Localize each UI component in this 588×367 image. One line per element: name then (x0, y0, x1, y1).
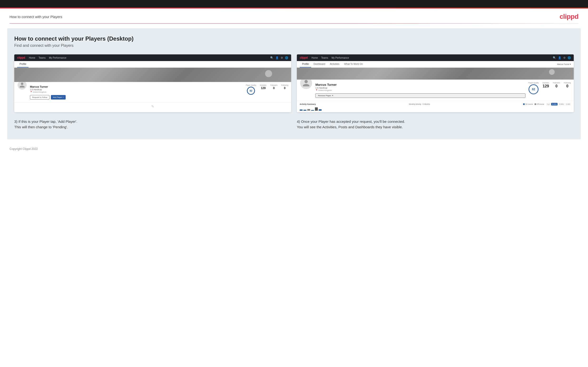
activity-header: Activity Summary Monthly Activity · 6 Mo… (300, 103, 571, 106)
right-profile-row: Marcus Turner 1-5 Handicap 📍 United King… (300, 82, 571, 98)
description-left: 3) If this is your Player tap, 'Add Play… (14, 119, 291, 130)
time-1mth[interactable]: 1 mth (565, 103, 571, 106)
main-content: How to connect with your Players (Deskto… (7, 28, 581, 139)
legend-on-course: On course (523, 103, 533, 105)
left-location-icon: 📍 (30, 91, 32, 93)
bar-3 (307, 109, 310, 111)
right-stat-following: Following 0 (564, 82, 571, 88)
left-nav-performance: My Performance (49, 57, 66, 59)
legend-off-course: Off course (535, 103, 544, 105)
player-selector[interactable]: Marcus Turner ▾ (557, 63, 571, 65)
left-player-hcp: 1-5 Handicap (30, 88, 243, 91)
right-nav-logo: clippd (300, 56, 308, 59)
left-stat-activities: Activities 129 (260, 84, 267, 90)
right-stat-activities: Activities 129 (543, 82, 549, 88)
activity-title: Activity Summary (300, 103, 316, 105)
right-nav-links: Home Teams My Performance (311, 57, 349, 59)
left-nav-links: Home Teams My Performance (29, 57, 67, 59)
activity-legend: On course Off course (523, 103, 544, 105)
description-right: 4) Once your Player has accepted your re… (297, 119, 574, 130)
screenshot-left: clippd Home Teams My Performance 🔍 👤 ⚙ 🌐… (14, 54, 291, 112)
left-nav-teams: Teams (39, 57, 45, 59)
page-header: How to connect with your Players clippd (0, 8, 588, 23)
top-bar (0, 0, 588, 8)
bar-5 (315, 107, 318, 111)
right-player-country: 📍 United Kingdom (315, 89, 526, 92)
right-search-icon: 🔍 (553, 56, 556, 59)
footer-copyright: Copyright Clippd 2022 (9, 147, 38, 150)
time-6mths[interactable]: 6 mths (551, 103, 558, 106)
left-quality-circle: 92 (247, 87, 255, 95)
section-subheading: Find and connect with your Players (14, 43, 574, 48)
left-player-country: 📍 United Kingdom (30, 91, 243, 93)
left-stat-following: Following 0 (281, 84, 288, 90)
bar-2 (303, 110, 306, 111)
right-tabs-row: Profile Dashboard Activities What To Wor… (297, 61, 574, 68)
right-settings-icon: ⚙ (563, 56, 566, 59)
chevron-down-icon: ▾ (570, 63, 571, 65)
chart-bars (300, 106, 571, 111)
section-heading: How to connect with your Players (Deskto… (14, 35, 574, 42)
right-quality-circle: 92 (528, 84, 538, 94)
right-navbar: clippd Home Teams My Performance 🔍 👤 ⚙ 🌐 (297, 54, 574, 61)
left-user-icon: 👤 (276, 56, 279, 59)
right-tab-profile[interactable]: Profile (300, 61, 311, 67)
top-bar-accent (0, 8, 588, 8)
right-tab-what-to-work-on[interactable]: What To Work On (342, 61, 365, 67)
request-follow-button[interactable]: Request to Follow (30, 95, 50, 100)
left-bottom-area: ✎ (14, 102, 291, 110)
bar-1 (300, 109, 303, 111)
screenshots-row: clippd Home Teams My Performance 🔍 👤 ⚙ 🌐… (14, 54, 574, 112)
page-footer: Copyright Clippd 2022 (0, 144, 588, 155)
left-profile-row: Marcus Turner 1-5 Handicap 📍 United King… (17, 84, 288, 100)
page-title: How to connect with your Players (9, 15, 62, 19)
plus-icon: + (62, 96, 64, 98)
right-tab-activities[interactable]: Activities (328, 61, 342, 67)
time-1yr[interactable]: 1 yr (546, 103, 551, 106)
on-course-dot (523, 103, 525, 105)
right-tab-dashboard[interactable]: Dashboard (311, 61, 328, 67)
time-3mths[interactable]: 3 mths (558, 103, 565, 106)
scroll-icon: ✎ (151, 105, 154, 108)
activity-period: Monthly Activity · 6 Months (409, 103, 430, 105)
right-nav-icons: 🔍 👤 ⚙ 🌐 (553, 56, 571, 59)
right-profile-area: Marcus Turner 1-5 Handicap 📍 United King… (297, 80, 574, 101)
right-globe-icon: 🌐 (568, 56, 571, 59)
left-hero-banner (14, 68, 291, 82)
descriptions-row: 3) If this is your Player tap, 'Add Play… (14, 119, 574, 130)
right-player-hcp: 1-5 Handicap (315, 87, 526, 89)
left-globe-icon: 🌐 (285, 56, 288, 59)
left-settings-icon: ⚙ (281, 56, 283, 59)
right-nav-home: Home (311, 57, 318, 59)
activity-summary: Activity Summary Monthly Activity · 6 Mo… (297, 101, 574, 112)
right-stat-followers: Followers 0 (553, 82, 560, 88)
right-nav-performance: My Performance (332, 57, 349, 59)
left-tabs: Profile (14, 61, 291, 68)
left-nav-icons: 🔍 👤 ⚙ 🌐 (270, 56, 288, 59)
right-quality-section: Player Quality 92 (528, 82, 539, 94)
header-divider (9, 23, 579, 24)
left-nav-home: Home (29, 57, 35, 59)
close-icon: ✕ (332, 94, 334, 97)
activity-controls: On course Off course 1 yr 6 mths 3 mths (523, 103, 571, 106)
screenshot-right: clippd Home Teams My Performance 🔍 👤 ⚙ 🌐 (297, 54, 574, 112)
left-stat-followers: Followers 0 (270, 84, 277, 90)
left-action-buttons: Request to Follow Add Player + (30, 95, 243, 100)
left-player-name: Marcus Turner (30, 85, 243, 88)
right-player-name: Marcus Turner (315, 83, 526, 86)
right-nav-teams: Teams (321, 57, 328, 59)
brand-logo: clippd (560, 13, 579, 20)
add-player-button[interactable]: Add Player + (51, 95, 66, 100)
left-navbar: clippd Home Teams My Performance 🔍 👤 ⚙ 🌐 (14, 54, 291, 61)
left-quality-section: Player Quality 92 (246, 84, 256, 95)
right-stats-row: Player Quality 92 Activities 129 Followe… (528, 82, 571, 94)
right-location-icon: 📍 (315, 89, 318, 92)
left-tab-profile[interactable]: Profile (17, 61, 28, 67)
bar-6 (319, 109, 322, 111)
time-filter-buttons: 1 yr 6 mths 3 mths 1 mth (546, 103, 571, 106)
right-hero-banner (297, 68, 574, 80)
remove-player-button[interactable]: Remove Player ✕ (315, 93, 526, 98)
left-profile-area: Marcus Turner 1-5 Handicap 📍 United King… (14, 82, 291, 102)
off-course-dot (535, 103, 536, 105)
left-search-icon: 🔍 (270, 56, 274, 59)
